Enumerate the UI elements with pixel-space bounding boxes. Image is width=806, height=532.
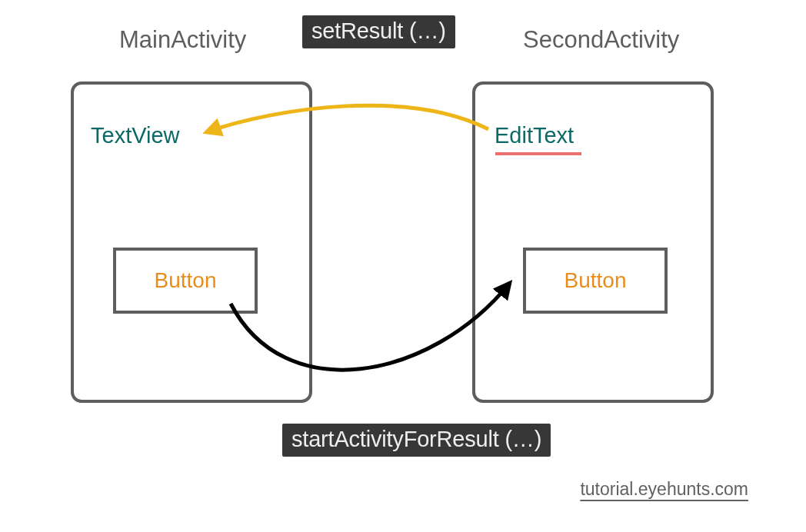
second-activity-label: SecondActivity bbox=[523, 26, 679, 54]
edittext-label: EditText bbox=[495, 123, 574, 148]
second-button-box: Button bbox=[523, 248, 668, 314]
main-button-label: Button bbox=[155, 268, 217, 293]
attribution-link[interactable]: tutorial.eyehunts.com bbox=[580, 479, 748, 500]
set-result-chip: setResult (…) bbox=[302, 15, 455, 48]
edittext-underline bbox=[495, 152, 581, 155]
main-activity-label: MainActivity bbox=[119, 26, 246, 54]
start-activity-for-result-chip: startActivityForResult (…) bbox=[282, 424, 551, 457]
textview-label: TextView bbox=[91, 123, 180, 148]
main-button-box: Button bbox=[113, 248, 258, 314]
second-button-label: Button bbox=[565, 268, 627, 293]
